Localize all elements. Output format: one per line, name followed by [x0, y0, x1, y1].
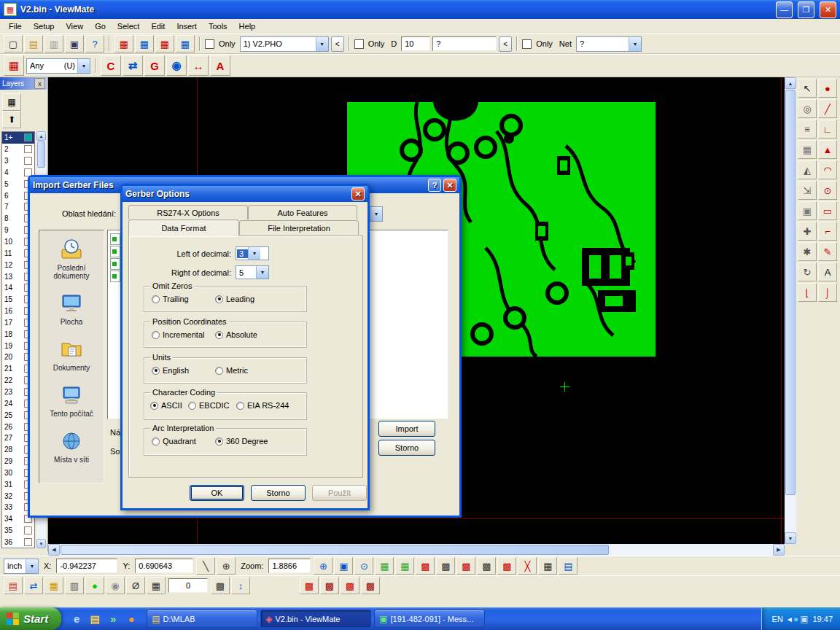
chevron-down-icon[interactable]: ▾: [370, 207, 382, 221]
via-grid-icon[interactable]: ▩: [456, 557, 475, 575]
prev-layer-button[interactable]: <: [331, 36, 344, 52]
only-layer-checkbox[interactable]: [205, 39, 214, 49]
probe-icon[interactable]: Ø: [126, 577, 145, 594]
layer-up-button[interactable]: ⬆: [2, 111, 21, 128]
new-file-icon[interactable]: ▢: [4, 35, 23, 52]
flash-pad-icon[interactable]: ●: [818, 79, 837, 98]
place-network[interactable]: Místa v síti: [41, 429, 102, 464]
aperture-table-icon[interactable]: ▦: [135, 35, 154, 52]
gerber-g-icon[interactable]: G: [144, 55, 165, 76]
clear-selection-icon[interactable]: ╳: [518, 557, 537, 575]
place-documents[interactable]: Dokumenty: [41, 338, 102, 372]
layer-settings-button[interactable]: ▦: [2, 93, 21, 111]
visibility-icon[interactable]: ▥: [65, 577, 84, 594]
right-decimal-select[interactable]: 5 ▾: [236, 265, 269, 279]
menu-item[interactable]: Tools: [203, 20, 233, 32]
menu-item[interactable]: Go: [89, 20, 112, 32]
tab-rs274x-options[interactable]: RS274-X Options: [128, 205, 248, 219]
radio-english[interactable]: [152, 367, 160, 375]
layer-color-swatch[interactable]: [24, 133, 32, 141]
macro1-icon[interactable]: ▩: [300, 577, 319, 594]
radio-quadrant[interactable]: [152, 438, 160, 446]
scroll-thumb[interactable]: [785, 90, 796, 495]
tab-auto-features[interactable]: Auto Features: [248, 205, 357, 219]
draw-circle-icon[interactable]: ⊙: [818, 181, 837, 200]
text-a-icon[interactable]: A: [210, 55, 230, 76]
draw-polygon-icon[interactable]: ▲: [818, 140, 837, 159]
net-combo[interactable]: ? ▾: [576, 36, 642, 52]
draw-corner-icon[interactable]: ∟: [818, 120, 837, 139]
grid-toggle-icon[interactable]: ▦: [375, 557, 394, 575]
place-recent-documents[interactable]: Poslední dokumenty: [41, 238, 102, 280]
insert-text-icon[interactable]: A: [818, 262, 837, 281]
aperture-filter-combo[interactable]: Any (U) ▾: [26, 58, 90, 74]
help-button[interactable]: ?: [428, 179, 441, 192]
save-icon[interactable]: ▥: [44, 35, 63, 52]
layer-row[interactable]: 2: [2, 144, 34, 155]
task-viewmate[interactable]: ◈ V2.bin - ViewMate: [260, 610, 371, 628]
zoom-in-icon[interactable]: ⊕: [314, 557, 332, 575]
close-button[interactable]: ✕: [443, 179, 456, 192]
layer-color-swatch[interactable]: [24, 526, 32, 534]
scroll-up-arrow[interactable]: ▲: [36, 131, 46, 141]
messenger-tray-icon[interactable]: ●: [793, 614, 798, 624]
radio-incremental[interactable]: [152, 331, 160, 339]
menu-item[interactable]: File: [3, 20, 28, 32]
sketch-icon[interactable]: ✎: [818, 242, 837, 261]
restore-button[interactable]: ❐: [798, 1, 814, 18]
snap-diagonal-icon[interactable]: ╲: [196, 557, 215, 575]
close-icon[interactable]: x: [34, 78, 45, 89]
folder-launch-icon[interactable]: ▤: [87, 611, 103, 627]
language-indicator[interactable]: EN: [772, 615, 783, 623]
chevron-down-icon[interactable]: ▾: [629, 37, 641, 51]
copy-region-icon[interactable]: ▣: [798, 201, 817, 220]
start-button[interactable]: Start: [0, 607, 61, 630]
select-cursor-icon[interactable]: ↖: [798, 79, 817, 98]
task-mlab[interactable]: ▤ D:\MLAB: [147, 610, 257, 628]
scroll-right-arrow[interactable]: ▶: [773, 544, 785, 556]
scroll-down-arrow[interactable]: ▼: [785, 532, 796, 544]
macro2-icon[interactable]: ▩: [320, 577, 339, 594]
layer-color-swatch[interactable]: [24, 157, 32, 165]
apply-button[interactable]: Použít: [312, 485, 367, 501]
menu-item[interactable]: Select: [112, 20, 146, 32]
selection-grid-button[interactable]: ▦: [4, 55, 24, 76]
layer-table-icon[interactable]: ▦: [155, 35, 174, 52]
route-trace-icon[interactable]: ⌐: [818, 222, 837, 241]
rotate-icon[interactable]: ↻: [798, 262, 817, 281]
zoom-window-icon[interactable]: ▣: [334, 557, 353, 575]
grid-settings-icon[interactable]: ▦: [147, 577, 166, 594]
fill-grid-icon[interactable]: ▦: [798, 140, 817, 159]
grid-snap-icon[interactable]: ▦: [395, 557, 414, 575]
radio-360-degree[interactable]: [215, 438, 223, 446]
ok-button[interactable]: OK: [190, 485, 244, 501]
radio-absolute[interactable]: [215, 331, 223, 339]
display-tray-icon[interactable]: ▣: [800, 614, 808, 624]
radio-leading[interactable]: [215, 295, 223, 303]
layer-color-swatch[interactable]: [24, 145, 32, 153]
pad-grid-icon[interactable]: ▩: [416, 557, 435, 575]
mirror-icon[interactable]: ◭: [798, 160, 817, 179]
layer-stack-icon[interactable]: ≡: [798, 120, 817, 139]
chevron-down-icon[interactable]: ▾: [77, 59, 90, 73]
radio-ebcdic[interactable]: [188, 402, 196, 410]
macro4-icon[interactable]: ▩: [361, 577, 380, 594]
dialog-titlebar[interactable]: Gerber Options ✕: [122, 186, 368, 202]
layer-color-swatch[interactable]: [24, 538, 32, 546]
move-icon[interactable]: ✚: [798, 222, 817, 241]
print-icon[interactable]: ▣: [65, 35, 84, 52]
import-button[interactable]: Import: [378, 421, 435, 437]
units-combo[interactable]: inch ▾: [4, 559, 39, 574]
status-light-icon[interactable]: ●: [85, 577, 104, 594]
report-icon[interactable]: ▤: [559, 557, 578, 575]
open-file-icon[interactable]: ▤: [24, 35, 43, 52]
highlight-lamp-icon[interactable]: ◉: [106, 577, 125, 594]
radio-ascii[interactable]: [150, 402, 158, 410]
select-all-icon[interactable]: ▩: [497, 557, 516, 575]
radio-eia-rs244[interactable]: [236, 402, 244, 410]
menu-item[interactable]: View: [60, 20, 89, 32]
settings-gear-icon[interactable]: ✱: [798, 242, 817, 261]
dcode-table-icon[interactable]: ▦: [114, 35, 133, 52]
scroll-thumb[interactable]: [61, 545, 609, 555]
measure-distance-icon[interactable]: ⇲: [798, 181, 817, 200]
